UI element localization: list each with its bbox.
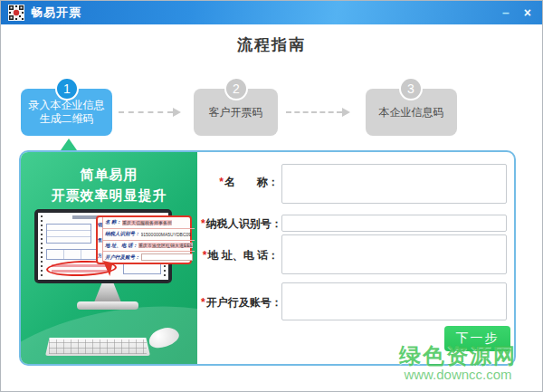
callout-name-label: 名 称： [105,219,121,225]
monitor-base [77,301,138,310]
window-title: 畅易开票 [31,5,81,21]
callout-row-address: 地 址、电 话： 重庆市渝北区红锦大道EEE [103,241,195,253]
address-phone-input[interactable] [281,234,507,274]
title-bar: 畅易开票 – × [1,1,542,24]
invoice-perforation-left [41,215,43,277]
step-3-number: 3 [399,77,423,100]
promo-headline-2: 开票效率明显提升 [21,185,197,206]
watermark-site-url: www.downcc.com [399,367,517,383]
active-step-pointer-icon [61,139,77,150]
name-input[interactable] [281,164,507,204]
step-3-label: 本企业信息码 [379,106,444,120]
step-arrow-1-icon [119,111,173,113]
callout-taxid-value: 91500000MA5UYDBC09 [141,232,192,237]
step-1-label-line2: 生成二维码 [40,112,94,126]
required-asterisk: * [201,296,205,309]
callout-row-taxid: 纳税人识别号： 91500000MA5UYDBC09 [103,229,195,241]
seller-char-3: 方 [98,253,102,258]
seller-char-2: 售 [98,237,102,243]
callout-taxid-label: 纳税人识别号： [105,231,140,237]
promo-panel: 简单易用 开票效率明显提升 销 售 [21,152,197,364]
callout-row-bank: 开户行及账号： [103,252,195,263]
app-logo-qr-icon [8,5,24,21]
monitor-screen: 销 售 方 名 称： 重庆天信服税务师事务所 纳税人识别号： 91500 [38,213,168,280]
app-window: 畅易开票 – × 流程指南 1 2 3 录入本企业信息 生成二维码 客户开票码 … [0,0,543,392]
callout-address-value: 重庆市渝北区红锦大道EEE [138,243,193,248]
callout-bank-empty-box [141,253,194,261]
next-step-button[interactable]: 下一步 [444,326,510,351]
page-title: 流程指南 [1,34,542,55]
step-arrow-2-icon [286,111,342,113]
keyboard-illustration [45,338,150,356]
mouse-illustration [147,324,182,351]
taxpayer-id-field-label: *纳税人识别号： [201,216,279,232]
monitor-illustration: 销 售 方 名 称： 重庆天信服税务师事务所 纳税人识别号： 91500 [34,209,172,283]
invoice-table-lower-right [123,263,161,274]
invoice-callout: 销 售 方 名 称： 重庆天信服税务师事务所 纳税人识别号： 91500 [96,215,192,264]
step-2-label: 客户开票码 [209,106,263,120]
seller-char-1: 销 [98,222,102,227]
callout-address-label: 地 址、电 话： [105,243,138,249]
required-asterisk: * [201,217,205,230]
company-info-form: *名 称： *纳税人识别号： *地 址、电 话： *开户行及账号： 下一步 [197,152,514,364]
callout-name-value: 重庆天信服税务师事务所 [122,220,172,225]
callout-bank-label: 开户行及账号： [105,254,140,261]
promo-headline-1: 简单易用 [21,164,197,185]
bank-account-field-label: *开户行及账号： [201,295,279,311]
callout-row-name: 名 称： 重庆天信服税务师事务所 [103,217,195,229]
step-1-label-line1: 录入本企业信息 [29,99,105,112]
content-panel: 简单易用 开票效率明显提升 销 售 [19,150,516,366]
name-field-label: *名 称： [201,175,279,190]
step-2-number: 2 [224,77,248,100]
close-button[interactable]: × [524,4,531,22]
taxpayer-id-input[interactable] [281,215,507,232]
invoice-table-upper [46,224,91,244]
address-phone-field-label: *地 址、电 话： [201,248,279,263]
step-1-number: 1 [55,77,79,100]
monitor-stand [94,283,121,302]
minimize-button[interactable]: – [502,4,510,22]
bank-account-input[interactable] [281,282,507,320]
required-asterisk: * [219,176,224,188]
required-asterisk: * [203,249,207,262]
